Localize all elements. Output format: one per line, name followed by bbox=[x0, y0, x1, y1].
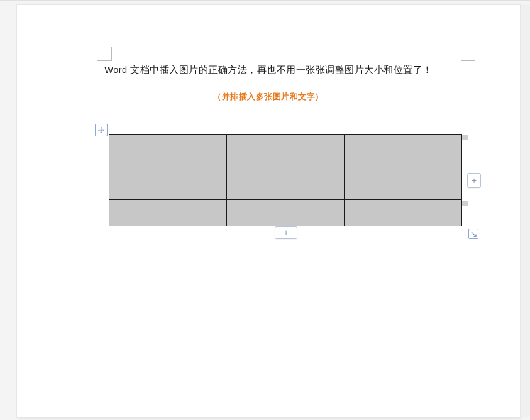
vertical-scrollbar[interactable] bbox=[521, 5, 530, 417]
move-icon bbox=[97, 126, 105, 134]
table-cell[interactable] bbox=[345, 200, 462, 226]
margin-corner-top-right bbox=[461, 47, 475, 61]
document-page[interactable]: Word 文档中插入图片的正确方法，再也不用一张张调整图片大小和位置了！ （并排… bbox=[17, 5, 520, 417]
margin-corner-top-left bbox=[97, 47, 112, 61]
resize-icon bbox=[471, 231, 477, 237]
toolbar-separator bbox=[258, 0, 258, 4]
table-resize-handle[interactable] bbox=[468, 229, 478, 239]
row-select-stub[interactable] bbox=[462, 201, 468, 206]
document-title[interactable]: Word 文档中插入图片的正确方法，再也不用一张张调整图片大小和位置了！ bbox=[17, 64, 520, 76]
table-move-handle[interactable] bbox=[95, 124, 108, 136]
table-row[interactable] bbox=[109, 200, 462, 226]
add-row-button[interactable]: + bbox=[275, 226, 297, 239]
editor-viewport: Word 文档中插入图片的正确方法，再也不用一张张调整图片大小和位置了！ （并排… bbox=[0, 0, 530, 420]
table-cell[interactable] bbox=[227, 200, 345, 226]
document-subtitle[interactable]: （并排插入多张图片和文字） bbox=[17, 91, 520, 102]
table-cell[interactable] bbox=[109, 200, 227, 226]
table-cell[interactable] bbox=[109, 135, 227, 200]
table-row[interactable] bbox=[109, 135, 462, 200]
add-column-button[interactable]: + bbox=[467, 173, 481, 188]
content-table[interactable] bbox=[109, 134, 462, 226]
table-cell[interactable] bbox=[227, 135, 345, 200]
row-select-stub[interactable] bbox=[462, 135, 468, 140]
table-cell[interactable] bbox=[345, 135, 462, 200]
toolbar-separator bbox=[104, 0, 104, 4]
toolbar-bottom-edge bbox=[0, 0, 530, 1]
